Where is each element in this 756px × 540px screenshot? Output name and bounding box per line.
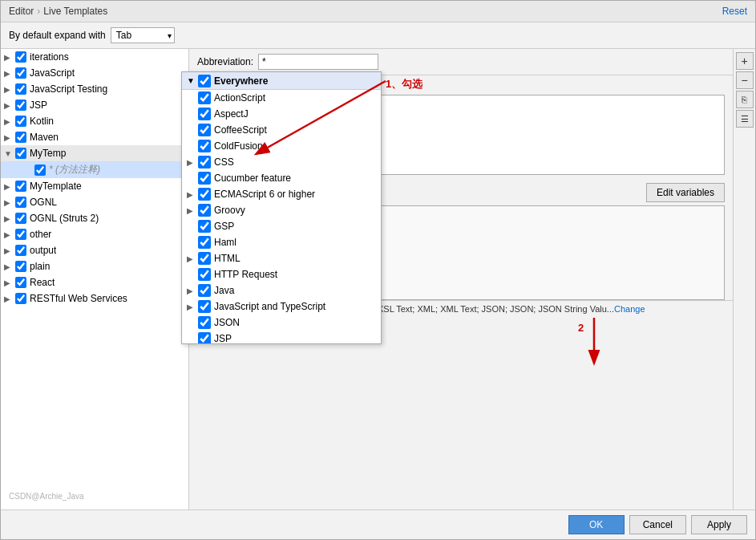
label-kotlin: Kotlin [30, 116, 54, 127]
dropdown-item-gsp[interactable]: GSP [182, 218, 381, 234]
di-check-gsp[interactable] [198, 220, 211, 233]
arrow-mytemp: ▼ [4, 149, 15, 158]
di-check-ecmascript[interactable] [198, 188, 211, 201]
applicable-change-link[interactable]: Change [614, 304, 645, 314]
dropdown-item-cucumber[interactable]: Cucumber feature [182, 170, 381, 186]
list-item-output[interactable]: ▶ output [1, 242, 188, 258]
list-item-mytemp[interactable]: ▼ MyTemp [1, 145, 188, 161]
remove-button[interactable]: − [736, 71, 754, 89]
di-check-css[interactable] [198, 156, 211, 168]
list-item-ognl-struts[interactable]: ▶ OGNL (Struts 2) [1, 210, 188, 226]
dropdown-item-groovy[interactable]: ▶ Groovy [182, 202, 381, 218]
dropdown-item-css[interactable]: ▶ CSS [182, 154, 381, 170]
annotation-2: 2 [578, 322, 584, 334]
list-item-iterations[interactable]: ▶ iterations [1, 49, 188, 65]
move-button[interactable]: ☰ [736, 110, 754, 128]
di-check-actionscript[interactable] [198, 91, 211, 104]
check-ognl-struts[interactable] [15, 213, 26, 224]
header-bar: Editor › Live Templates Reset [1, 1, 755, 22]
check-restful[interactable] [15, 293, 26, 304]
list-item-mytemplate[interactable]: ▶ MyTemplate [1, 178, 188, 194]
dropdown-item-aspectj[interactable]: AspectJ [182, 106, 381, 122]
di-label-html: HTML [214, 253, 241, 264]
di-check-haml[interactable] [198, 236, 211, 249]
dropdown-item-coffeescript[interactable]: CoffeeScript [182, 122, 381, 138]
di-label-actionscript: ActionScript [214, 92, 265, 104]
check-jsp[interactable] [15, 99, 26, 111]
reset-link[interactable]: Reset [722, 6, 747, 17]
dropdown-item-jsp-dd[interactable]: JSP [182, 331, 381, 344]
check-mytemp[interactable] [15, 148, 26, 159]
di-check-groovy[interactable] [198, 204, 211, 217]
list-item-ognl[interactable]: ▶ OGNL [1, 194, 188, 210]
edit-variables-button[interactable]: Edit variables [646, 183, 725, 202]
apply-button[interactable]: Apply [691, 515, 747, 534]
dropdown-item-json[interactable]: JSON [182, 315, 381, 331]
check-kotlin[interactable] [15, 116, 26, 127]
dropdown-item-java[interactable]: ▶ Java [182, 282, 381, 298]
list-item-react[interactable]: ▶ React [1, 274, 188, 290]
dropdown-header-arrow: ▼ [187, 76, 198, 85]
dropdown-item-html[interactable]: ▶ HTML [182, 250, 381, 266]
check-mytemplate[interactable] [15, 181, 26, 192]
list-item-javascript[interactable]: ▶ JavaScript [1, 65, 188, 81]
check-javascript[interactable] [15, 67, 26, 79]
dropdown-item-haml[interactable]: Haml [182, 234, 381, 250]
arrow-ognl: ▶ [4, 198, 15, 207]
di-check-coldfusion[interactable] [198, 140, 211, 152]
label-maven: Maven [30, 132, 59, 143]
abbrev-input[interactable] [258, 54, 378, 70]
di-arrow-ecmascript: ▶ [187, 190, 198, 199]
label-restful: RESTful Web Services [30, 293, 127, 304]
label-javascript-testing: JavaScript Testing [30, 83, 107, 95]
list-item-jsp[interactable]: ▶ JSP [1, 97, 188, 113]
check-iterations[interactable] [15, 51, 26, 63]
check-plain[interactable] [15, 261, 26, 272]
di-check-coffeescript[interactable] [198, 124, 211, 136]
list-item-maven[interactable]: ▶ Maven [1, 129, 188, 145]
di-check-java[interactable] [198, 284, 211, 297]
everywhere-dropdown: ▼ Everywhere ActionScript AspectJ Coffee… [181, 71, 382, 344]
list-item-restful[interactable]: ▶ RESTful Web Services [1, 290, 188, 307]
dropdown-header-everywhere[interactable]: ▼ Everywhere [182, 72, 381, 90]
dropdown-item-js-ts[interactable]: ▶ JavaScript and TypeScript [182, 298, 381, 315]
arrow-ognl-struts: ▶ [4, 214, 15, 223]
check-maven[interactable] [15, 132, 26, 143]
di-check-aspectj[interactable] [198, 108, 211, 120]
dropdown-item-ecmascript[interactable]: ▶ ECMAScript 6 or higher [182, 186, 381, 202]
check-output[interactable] [15, 245, 26, 256]
di-check-js-ts[interactable] [198, 300, 211, 313]
dropdown-header-check[interactable] [198, 75, 211, 87]
di-label-coffeescript: CoffeeScript [214, 124, 267, 136]
ok-button[interactable]: OK [568, 515, 625, 534]
dropdown-item-actionscript[interactable]: ActionScript [182, 90, 381, 106]
list-item-mytemp-child[interactable]: * (方法注释) [1, 161, 188, 178]
label-react: React [30, 277, 55, 288]
di-check-http[interactable] [198, 268, 211, 281]
di-label-ecmascript: ECMAScript 6 or higher [214, 189, 315, 200]
check-ognl[interactable] [15, 197, 26, 208]
di-check-jsp-dd[interactable] [198, 332, 211, 344]
di-arrow-html: ▶ [187, 254, 198, 263]
di-check-json[interactable] [198, 316, 211, 329]
check-other[interactable] [15, 229, 26, 240]
check-react[interactable] [15, 277, 26, 288]
di-check-html[interactable] [198, 252, 211, 265]
dropdown-item-coldfusion[interactable]: ColdFusion [182, 138, 381, 154]
check-javascript-testing[interactable] [15, 83, 26, 95]
label-mytemp: MyTemp [30, 148, 66, 159]
cancel-button[interactable]: Cancel [629, 515, 686, 534]
add-button[interactable]: + [736, 52, 754, 70]
di-check-cucumber[interactable] [198, 172, 211, 185]
expand-select[interactable]: Tab Enter Space [111, 27, 175, 43]
dropdown-item-http[interactable]: HTTP Request [182, 266, 381, 282]
di-label-cucumber: Cucumber feature [214, 173, 291, 184]
list-item-other[interactable]: ▶ other [1, 226, 188, 242]
list-item-plain[interactable]: ▶ plain [1, 258, 188, 274]
di-label-jsp-dd: JSP [214, 333, 232, 344]
check-mytemp-child[interactable] [34, 164, 46, 176]
copy-button[interactable]: ⎘ [736, 91, 754, 108]
list-item-javascript-testing[interactable]: ▶ JavaScript Testing [1, 81, 188, 97]
breadcrumb-sep: › [37, 6, 40, 17]
list-item-kotlin[interactable]: ▶ Kotlin [1, 113, 188, 129]
